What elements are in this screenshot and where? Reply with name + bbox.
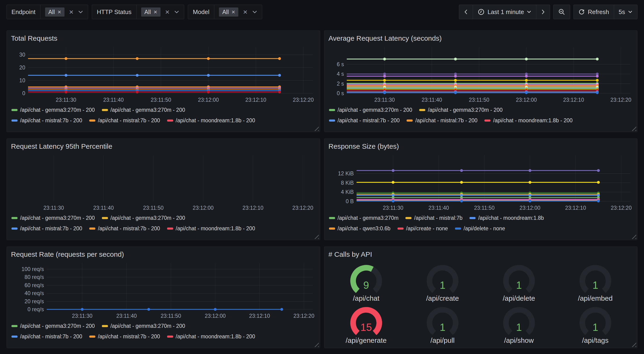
legend-item[interactable]: /api/chat - gemma3:270m - 200 [12, 323, 95, 329]
legend-item[interactable]: /api/chat - mistral:7b - 200 [89, 333, 160, 340]
time-controls: Last 1 minute Refresh 5 [459, 5, 638, 19]
chart-canvas-average-request-latency[interactable]: 23:11:3023:11:4023:11:5023:12:0023:12:10… [328, 45, 634, 104]
chevron-down-icon[interactable] [252, 10, 257, 14]
chevron-down-icon [628, 11, 632, 13]
filter-model-value[interactable]: All × × [214, 5, 262, 19]
series-point [460, 200, 463, 202]
legend-item[interactable]: /api/chat - gemma3:270m - 200 [102, 215, 185, 221]
panel-resize-handle[interactable] [314, 342, 319, 347]
legend-item[interactable]: /api/chat - mistral:7b - 200 [329, 117, 400, 124]
legend-item[interactable]: /api/chat - moondream:1.8b [470, 215, 544, 221]
remove-tag-icon[interactable]: × [58, 9, 61, 15]
clear-filter-icon[interactable]: × [243, 8, 248, 16]
y-axis-tick: 4 s [337, 71, 344, 77]
legend-item[interactable]: /api/chat - mistral:7b - 200 [89, 117, 160, 124]
refresh-interval-select[interactable]: 5s [614, 5, 638, 19]
legend-label: /api/chat - moondream:1.8b - 200 [493, 117, 572, 124]
panel-resize-handle[interactable] [314, 126, 319, 131]
gauge-value: 1 [592, 279, 598, 291]
legend-item[interactable]: /api/chat - gemma3:270m - 200 [102, 323, 185, 329]
chevron-down-icon[interactable] [174, 10, 179, 14]
legend-item[interactable]: /api/chat - mistral:7b - 200 [89, 225, 160, 232]
refresh-button[interactable]: Refresh [574, 5, 614, 19]
y-axis-tick: 0 req/s [28, 306, 44, 312]
legend-item[interactable]: /api/chat - moondream:1.8b - 200 [167, 333, 255, 340]
filter-endpoint[interactable]: Endpoint All × × [6, 5, 88, 19]
clear-filter-icon[interactable]: × [165, 8, 170, 16]
series-point [383, 91, 386, 94]
filter-selected-tag[interactable]: All × [45, 8, 64, 17]
chevron-left-icon [464, 9, 468, 15]
gauge-value: 1 [440, 321, 446, 333]
chart-canvas-request-latency-95th-percentile[interactable]: 23:11:3023:11:4023:11:5023:12:0023:12:10… [10, 153, 316, 212]
legend-item[interactable]: /api/chat - mistral:7b - 200 [12, 333, 82, 340]
legend-item[interactable]: /api/chat - gemma3:270m - 200 [102, 107, 185, 113]
legend-color-chip [102, 325, 108, 327]
legend-label: /api/chat - mistral:7b - 200 [98, 333, 160, 340]
clear-filter-icon[interactable]: × [69, 8, 74, 16]
y-axis-tick: 60 req/s [24, 282, 44, 288]
legend-label: /api/chat - moondream:1.8b [478, 215, 544, 221]
filter-http-status-value[interactable]: All × × [136, 5, 184, 19]
series-point [454, 79, 457, 82]
remove-tag-icon[interactable]: × [232, 9, 235, 15]
filter-http-status[interactable]: HTTP Status All × × [92, 5, 184, 19]
time-range-picker[interactable]: Last 1 minute [473, 5, 536, 19]
filter-selected-tag[interactable]: All × [219, 8, 238, 17]
legend-item[interactable]: /api/chat - mistral:7b - 200 [12, 117, 82, 124]
panel-request-rate: Request Rate (requests per second) 23:11… [6, 246, 320, 348]
chart-canvas-request-rate[interactable]: 23:11:3023:11:4023:11:5023:12:0023:12:10… [10, 261, 316, 320]
panel-resize-handle[interactable] [631, 126, 636, 131]
legend-row: /api/chat - mistral:7b - 200/api/chat - … [12, 225, 316, 232]
x-axis-tick: 23:11:30 [44, 205, 64, 211]
legend-item[interactable]: /api/create - none [398, 225, 448, 232]
filter-http-status-label: HTTP Status [92, 5, 136, 19]
gauge-value: 1 [516, 279, 522, 291]
legend-item[interactable]: /api/chat - moondream:1.8b - 200 [167, 117, 255, 124]
legend-color-chip [102, 109, 108, 111]
legend-item[interactable]: /api/chat - moondream:1.8b - 200 [167, 225, 255, 232]
chevron-down-icon[interactable] [78, 10, 83, 14]
chart-canvas-response-size[interactable]: 23:11:3023:11:4023:11:5023:12:0023:12:10… [328, 153, 634, 212]
legend-item[interactable]: /api/chat - mistral:7b [406, 215, 462, 221]
legend-item[interactable]: /api/chat - gemma3:270m - 200 [12, 215, 95, 221]
series-point [525, 75, 528, 78]
legend-item[interactable]: /api/chat - gemma3:270m [329, 215, 399, 221]
filter-selected-tag[interactable]: All × [141, 8, 160, 17]
panel-title: Request Latency 95th Percentile [11, 142, 316, 150]
x-axis-tick: 23:12:20 [294, 313, 314, 319]
legend-color-chip [12, 227, 18, 230]
legend-item[interactable]: /api/chat - mistral:7b - 200 [406, 117, 478, 124]
gauge-arc: 1 [499, 305, 539, 336]
series-point [460, 181, 463, 184]
chart-legend: /api/chat - gemma3:270m - 200/api/chat -… [10, 107, 316, 124]
gauge-label: /api/tags [582, 336, 608, 344]
remove-tag-icon[interactable]: × [154, 9, 157, 15]
panel-resize-handle[interactable] [314, 234, 319, 239]
time-shift-back-button[interactable] [459, 5, 473, 19]
legend-color-chip [329, 120, 335, 122]
legend-label: /api/create - none [406, 225, 448, 232]
filter-endpoint-label: Endpoint [7, 5, 40, 19]
panel-resize-handle[interactable] [631, 234, 636, 239]
legend-item[interactable]: /api/chat - qwen3:0.6b [329, 225, 390, 232]
legend-color-chip [89, 335, 95, 338]
filter-endpoint-value[interactable]: All × × [40, 5, 88, 19]
x-axis-tick: 23:11:50 [469, 97, 489, 103]
time-shift-forward-button[interactable] [536, 5, 550, 19]
legend-item[interactable]: /api/chat - gemma3:270m - 200 [419, 107, 503, 113]
panel-request-latency-95th-percentile: Request Latency 95th Percentile 23:11:30… [6, 138, 320, 240]
chart-canvas-total-requests[interactable]: 23:11:3023:11:4023:11:5023:12:0023:12:10… [10, 45, 316, 104]
gauge-value: 1 [592, 321, 598, 333]
filter-tag-text: All [222, 9, 229, 16]
y-axis-tick: 6 s [337, 61, 344, 67]
x-axis-tick: 23:12:10 [563, 97, 584, 103]
zoom-out-button[interactable] [553, 5, 570, 19]
legend-item[interactable]: /api/delete - none [455, 225, 505, 232]
filter-model[interactable]: Model All × × [188, 5, 262, 19]
chart-legend: /api/chat - gemma3:270m - 200/api/chat -… [10, 215, 316, 232]
legend-item[interactable]: /api/chat - gemma3:270m - 200 [12, 107, 95, 113]
legend-item[interactable]: /api/chat - gemma3:270m - 200 [329, 107, 412, 113]
legend-item[interactable]: /api/chat - moondream:1.8b - 200 [484, 117, 572, 124]
legend-item[interactable]: /api/chat - mistral:7b - 200 [12, 225, 82, 232]
